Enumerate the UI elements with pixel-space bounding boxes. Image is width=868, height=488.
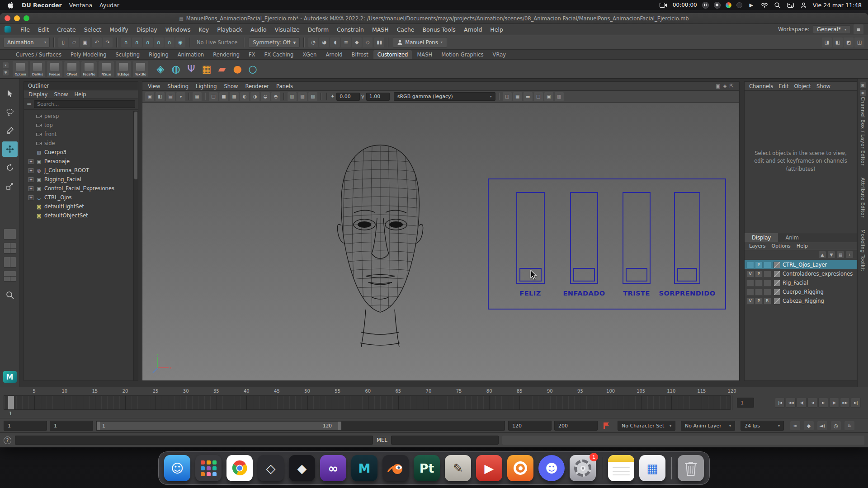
tab-anim[interactable]: Anim: [778, 233, 806, 242]
shelf-tab-sculpting[interactable]: Sculpting: [111, 50, 144, 59]
expand-icon[interactable]: +: [28, 195, 33, 200]
symmetry-dropdown[interactable]: Symmetry: Off▾: [249, 38, 300, 47]
maya-menu-file[interactable]: File: [16, 26, 34, 33]
filter-icon[interactable]: ≔: [27, 101, 32, 107]
go-to-start-button[interactable]: |◄: [775, 398, 785, 408]
outliner-scrollbar[interactable]: [133, 111, 138, 380]
outliner-menu-help[interactable]: Help: [74, 91, 86, 98]
exposure-field[interactable]: 0.00: [336, 93, 360, 101]
gamma-icon[interactable]: γ: [361, 94, 364, 99]
recording-pause-button[interactable]: [702, 2, 709, 9]
recording-stop-button[interactable]: [714, 2, 721, 9]
step-forward-key-button[interactable]: ►►: [840, 398, 850, 408]
camera-attributes-icon[interactable]: ▤: [166, 92, 175, 101]
current-frame-field[interactable]: 1: [737, 398, 754, 408]
textured-icon[interactable]: ▩: [230, 92, 239, 101]
dock-red-media-app-icon[interactable]: ▶: [476, 455, 502, 481]
animation-start-field[interactable]: 1: [4, 421, 47, 431]
shelf-tab-motion-graphics[interactable]: Motion Graphics: [437, 50, 487, 59]
expand-icon[interactable]: +: [28, 177, 33, 182]
layer-v-toggle[interactable]: V: [746, 271, 754, 277]
shelf-tab-customized[interactable]: Customized: [373, 50, 412, 59]
layer-color-swatch[interactable]: [774, 262, 780, 268]
field-chart-icon[interactable]: ▦: [513, 92, 522, 101]
shelf-tab-vray[interactable]: VRay: [489, 50, 510, 59]
shelf-tab-rendering[interactable]: Rendering: [209, 50, 244, 59]
layer-v-toggle[interactable]: [746, 280, 754, 286]
current-time-indicator[interactable]: [8, 396, 14, 409]
outliner-menu-show[interactable]: Show: [54, 91, 68, 98]
maya-menu-create[interactable]: Create: [53, 26, 80, 33]
playback-end-field[interactable]: 120: [508, 421, 552, 431]
render-settings-icon[interactable]: ≡: [341, 38, 351, 47]
layer-row-rig-facial[interactable]: Rig_Facial: [745, 278, 857, 287]
shelf-button-optimi[interactable]: Optimi: [13, 61, 28, 77]
dock-blender-icon[interactable]: [382, 455, 409, 481]
lattice-grid-icon[interactable]: ▦: [199, 62, 214, 76]
paint-select-tool[interactable]: [2, 123, 18, 138]
viewport-menu-renderer[interactable]: Renderer: [245, 83, 269, 89]
outliner-item-cuerpo3[interactable]: +▧Cuerpo3: [24, 148, 133, 157]
isolate-select-icon[interactable]: ◫: [503, 92, 512, 101]
layer-row-controladores-expresiones[interactable]: VPControladores_expresiones: [745, 269, 857, 278]
workspace-options-icon[interactable]: ≡: [854, 24, 863, 34]
snap-to-point-icon[interactable]: ∩: [143, 38, 153, 47]
play-status-icon[interactable]: ▶: [747, 1, 755, 9]
maya-menu-audio[interactable]: Audio: [246, 26, 271, 33]
shelf-button-b-edge[interactable]: B.Edge: [116, 61, 131, 77]
two-pane-layout-button[interactable]: [4, 257, 16, 267]
expression-slider-handle[interactable]: [573, 268, 595, 282]
snap-to-view-plane-icon[interactable]: ∩: [165, 38, 175, 47]
input-source-icon[interactable]: [726, 2, 731, 8]
mel-command-input[interactable]: [15, 436, 373, 445]
playback-range-handle[interactable]: 1 120: [97, 422, 341, 430]
make-live-icon[interactable]: ◉: [175, 38, 185, 47]
shelf-tab-mash[interactable]: MASH: [413, 50, 436, 59]
dock-finder-icon[interactable]: ☺: [164, 455, 190, 481]
control-center-icon[interactable]: [787, 1, 795, 9]
layer-v-toggle[interactable]: V: [746, 298, 754, 305]
maya-menu-bonus-tools[interactable]: Bonus Tools: [419, 26, 460, 33]
dock-unity-icon[interactable]: ◆: [289, 455, 315, 481]
layer-row-cabeza-rigging[interactable]: VPRCabeza_Rigging: [745, 296, 857, 305]
single-pane-layout-button[interactable]: [4, 229, 16, 239]
shelf-tab-arnold[interactable]: Arnold: [321, 50, 346, 59]
viewport-menu-shading[interactable]: Shading: [167, 83, 189, 89]
viewport-menu-show[interactable]: Show: [224, 83, 238, 89]
close-window-button[interactable]: [5, 15, 10, 21]
dock-maya-icon[interactable]: M: [351, 455, 377, 481]
layer-color-swatch[interactable]: [774, 271, 780, 277]
maya-menu-modify[interactable]: Modify: [105, 26, 132, 33]
layer-r-toggle[interactable]: [764, 289, 771, 296]
maya-menu-windows[interactable]: Windows: [161, 26, 195, 33]
maya-menu-constrain[interactable]: Constrain: [333, 26, 368, 33]
xray-joints-icon[interactable]: ▨: [308, 92, 317, 101]
shelf-tab-curves-surfaces[interactable]: Curves / Surfaces: [12, 50, 66, 59]
outliner-search-input[interactable]: [34, 100, 135, 108]
expand-icon[interactable]: +: [28, 159, 33, 164]
wireframe-head-model[interactable]: [321, 141, 439, 347]
go-to-end-button[interactable]: ►|: [851, 398, 861, 408]
toggle-attribute-editor-icon[interactable]: ◧: [833, 38, 843, 47]
expand-icon[interactable]: +: [28, 168, 33, 173]
bookmark-add-icon[interactable]: [601, 421, 611, 430]
lasso-tool[interactable]: [2, 104, 18, 120]
select-tool[interactable]: [2, 86, 18, 101]
shelf-tab-bifrost[interactable]: Bifrost: [348, 50, 373, 59]
shelf-button-nsize[interactable]: NSize: [99, 61, 114, 77]
shelf-tab-animation[interactable]: Animation: [174, 50, 208, 59]
menu-set-dropdown[interactable]: Animation▾: [4, 37, 50, 47]
render-sequence-icon[interactable]: ◖: [330, 38, 340, 47]
shelf-tab-rigging[interactable]: Rigging: [145, 50, 173, 59]
mash-network-icon[interactable]: ◈: [153, 62, 168, 76]
anim-layer-dropdown[interactable]: No Anim Layer▾: [681, 421, 735, 431]
dock-launchpad-icon[interactable]: [195, 455, 222, 481]
use-all-lights-icon[interactable]: ◐: [240, 92, 249, 101]
outliner-item-j-columna-root[interactable]: +◎J_Columna_ROOT: [24, 166, 133, 175]
panel-tab-attribute-editor[interactable]: Attribute Editor: [860, 178, 866, 218]
viewport-bookmark-icon[interactable]: ◈: [723, 83, 726, 89]
help-icon[interactable]: ?: [4, 436, 11, 444]
timeline-scrubber[interactable]: 1 51015202530354045505560657075808590951…: [4, 387, 731, 418]
maya-menu-cache[interactable]: Cache: [393, 26, 419, 33]
layer-row-ctrl-ojos-layer[interactable]: PCTRL_Ojos_Layer: [745, 260, 857, 269]
